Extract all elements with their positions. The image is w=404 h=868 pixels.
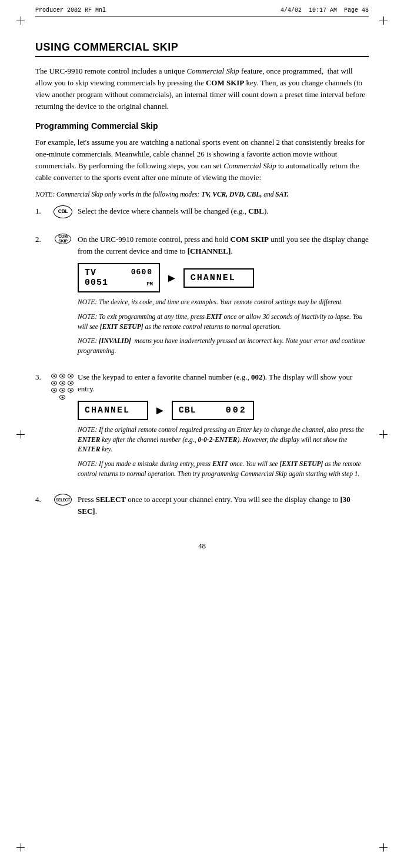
step-2-icon: COMSKIP	[48, 234, 78, 244]
step-4-icon: SELECT	[48, 494, 78, 505]
step-3-display-to: CBL002	[172, 401, 254, 420]
com-skip-button-icon: COMSKIP	[55, 234, 71, 244]
crosshair-top-right	[379, 16, 388, 25]
crosshair-top-left	[16, 16, 25, 25]
step-3-content: Use the keypad to enter a favorite chann…	[78, 371, 369, 484]
step-1-row: 1. CBL Select the device where channels …	[35, 205, 369, 223]
intro-paragraph: The URC-9910 remote control includes a u…	[35, 65, 369, 113]
step-2-note-3: NOTE: [INVALID] means you have inadverte…	[78, 336, 369, 355]
crosshair-bot-left	[16, 843, 25, 852]
header-date: 4/4/02 10:17 AM Page 48	[281, 7, 369, 14]
section-intro: For example, let's assume you are watchi…	[35, 137, 369, 184]
step-3-description: Use the keypad to enter a favorite chann…	[78, 371, 369, 395]
step-1-description: Select the device where channels will be…	[78, 205, 369, 217]
step-3-arrow: ►	[154, 404, 166, 417]
key-4: ●	[51, 381, 57, 385]
key-5: ●	[59, 381, 65, 385]
step-4-description: Press SELECT once to accept your channel…	[78, 494, 369, 517]
step-2-note-1: NOTE: The device, its code, and time are…	[78, 297, 369, 307]
step-4-number: 4.	[35, 494, 48, 504]
step-3-display-row: CHANNEL ► CBL002	[78, 401, 369, 420]
key-7: ●	[51, 388, 57, 393]
step-3-number: 3.	[35, 371, 48, 382]
step-2-number: 2.	[35, 234, 48, 244]
key-0: ●	[59, 395, 65, 400]
keypad-icon: ● ● ● ● ● ● ● ● ● ●	[51, 374, 75, 401]
header-left: Producer 2002 RF Mnl	[35, 7, 106, 14]
step-2-arrow: ►	[166, 271, 178, 285]
step-2-display-row: TV0600 0051PM ► CHANNEL	[78, 263, 369, 292]
page-number: 48	[35, 541, 369, 551]
crosshair-mid-left	[16, 430, 25, 438]
step-2-note-2: NOTE: To exit programming at any time, p…	[78, 312, 369, 331]
crosshair-mid-right	[379, 430, 388, 438]
steps-container: 1. CBL Select the device where channels …	[35, 205, 369, 524]
step-2-description: On the URC-9910 remote control, press an…	[78, 234, 369, 257]
step-1-number: 1.	[35, 205, 48, 216]
section-title: Programming Commercial Skip	[35, 121, 369, 131]
step-2-display-to: CHANNEL	[183, 268, 254, 288]
note-modes: NOTE: Commercial Skip only works in the …	[35, 189, 369, 199]
step-3-icon: ● ● ● ● ● ● ● ● ● ●	[48, 371, 78, 401]
main-title: USING COMMERCIAL SKIP	[35, 41, 369, 57]
key-1: ●	[51, 374, 57, 378]
step-2-row: 2. COMSKIP On the URC-9910 remote contro…	[35, 234, 369, 361]
step-3-row: 3. ● ● ● ● ● ● ● ● ● ● Use the keypad to…	[35, 371, 369, 484]
step-4-row: 4. SELECT Press SELECT once to accept yo…	[35, 494, 369, 523]
step-1-icon: CBL	[48, 205, 78, 218]
step-3-display-from: CHANNEL	[78, 401, 148, 420]
step-3-note-2: NOTE: If you made a mistake during entry…	[78, 459, 369, 478]
crosshair-bot-right	[379, 843, 388, 852]
key-6: ●	[68, 381, 74, 385]
step-1-content: Select the device where channels will be…	[78, 205, 369, 223]
key-3: ●	[68, 374, 74, 378]
step-2-display-from: TV0600 0051PM	[78, 263, 160, 292]
key-9: ●	[68, 388, 74, 393]
key-2: ●	[59, 374, 65, 378]
step-2-content: On the URC-9910 remote control, press an…	[78, 234, 369, 361]
cbl-button-icon: CBL	[54, 205, 72, 218]
step-3-note-1: NOTE: If the original remote control req…	[78, 425, 369, 454]
doc-header: Producer 2002 RF Mnl 4/4/02 10:17 AM Pag…	[35, 7, 369, 16]
select-button-icon: SELECT	[54, 494, 72, 505]
key-8: ●	[59, 388, 65, 393]
step-4-content: Press SELECT once to accept your channel…	[78, 494, 369, 523]
